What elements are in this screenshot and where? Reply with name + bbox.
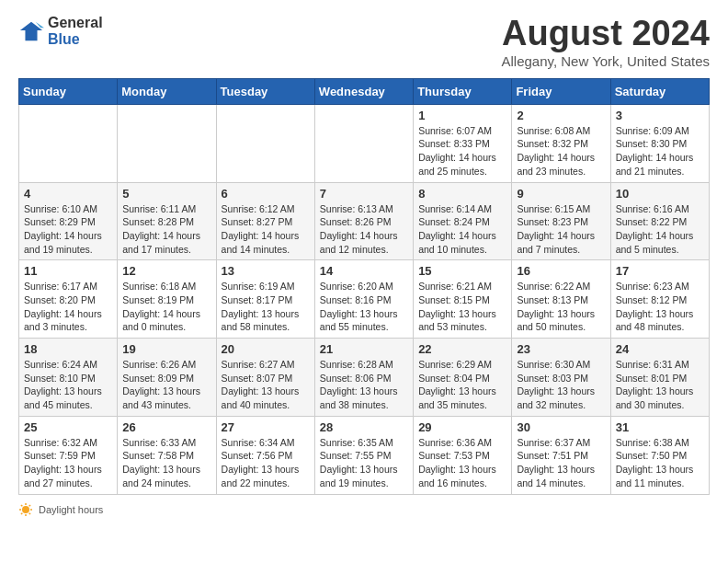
calendar-cell: 10Sunrise: 6:16 AM Sunset: 8:22 PM Dayli… [610, 182, 709, 260]
day-number: 14 [320, 264, 408, 278]
day-number: 29 [418, 420, 506, 434]
day-number: 22 [418, 342, 506, 356]
day-info: Sunrise: 6:16 AM Sunset: 8:22 PM Dayligh… [616, 202, 704, 257]
calendar-cell: 24Sunrise: 6:31 AM Sunset: 8:01 PM Dayli… [610, 339, 709, 417]
page-title: August 2024 [501, 15, 710, 53]
header: General Blue August 2024 Allegany, New Y… [18, 15, 710, 69]
svg-line-8 [29, 512, 30, 513]
calendar-week-row: 11Sunrise: 6:17 AM Sunset: 8:20 PM Dayli… [19, 260, 710, 339]
calendar-body: 1Sunrise: 6:07 AM Sunset: 8:33 PM Daylig… [19, 104, 710, 494]
day-info: Sunrise: 6:23 AM Sunset: 8:12 PM Dayligh… [616, 280, 704, 334]
calendar-cell: 15Sunrise: 6:21 AM Sunset: 8:15 PM Dayli… [414, 260, 512, 339]
day-number: 17 [616, 264, 704, 278]
day-info: Sunrise: 6:31 AM Sunset: 8:01 PM Dayligh… [616, 358, 704, 412]
calendar-cell: 23Sunrise: 6:30 AM Sunset: 8:03 PM Dayli… [512, 339, 610, 417]
day-number: 9 [517, 187, 605, 201]
day-info: Sunrise: 6:18 AM Sunset: 8:19 PM Dayligh… [122, 280, 210, 334]
day-info: Sunrise: 6:21 AM Sunset: 8:15 PM Dayligh… [418, 280, 506, 334]
day-info: Sunrise: 6:20 AM Sunset: 8:16 PM Dayligh… [320, 280, 408, 334]
day-number: 2 [517, 109, 605, 122]
day-info: Sunrise: 6:22 AM Sunset: 8:13 PM Dayligh… [517, 280, 605, 334]
day-number: 4 [24, 187, 112, 201]
day-number: 16 [517, 264, 605, 278]
day-info: Sunrise: 6:30 AM Sunset: 8:03 PM Dayligh… [517, 358, 605, 412]
day-info: Sunrise: 6:37 AM Sunset: 7:51 PM Dayligh… [517, 436, 605, 490]
svg-line-10 [21, 512, 22, 513]
calendar-cell [118, 104, 216, 182]
day-number: 8 [418, 187, 506, 201]
calendar-table: SundayMondayTuesdayWednesdayThursdayFrid… [18, 78, 710, 495]
weekday-header: Monday [118, 78, 216, 104]
calendar-cell: 19Sunrise: 6:26 AM Sunset: 8:09 PM Dayli… [118, 339, 216, 417]
calendar-week-row: 1Sunrise: 6:07 AM Sunset: 8:33 PM Daylig… [19, 104, 710, 182]
calendar-header: SundayMondayTuesdayWednesdayThursdayFrid… [19, 78, 710, 104]
day-number: 6 [222, 187, 310, 201]
weekday-header: Sunday [19, 78, 118, 104]
day-info: Sunrise: 6:28 AM Sunset: 8:06 PM Dayligh… [320, 358, 408, 412]
day-info: Sunrise: 6:15 AM Sunset: 8:23 PM Dayligh… [517, 202, 605, 257]
day-number: 10 [616, 187, 704, 201]
calendar-week-row: 25Sunrise: 6:32 AM Sunset: 7:59 PM Dayli… [19, 416, 710, 494]
calendar-cell: 16Sunrise: 6:22 AM Sunset: 8:13 PM Dayli… [512, 260, 610, 339]
logo: General Blue [18, 15, 103, 47]
weekday-header: Tuesday [216, 78, 314, 104]
day-info: Sunrise: 6:35 AM Sunset: 7:55 PM Dayligh… [320, 436, 408, 490]
calendar-cell: 11Sunrise: 6:17 AM Sunset: 8:20 PM Dayli… [19, 260, 118, 339]
svg-line-9 [29, 504, 30, 505]
calendar-cell: 6Sunrise: 6:12 AM Sunset: 8:27 PM Daylig… [216, 182, 314, 260]
day-number: 23 [517, 342, 605, 356]
weekday-header: Friday [512, 78, 610, 104]
day-info: Sunrise: 6:11 AM Sunset: 8:28 PM Dayligh… [122, 202, 210, 257]
sun-icon [18, 502, 33, 517]
calendar-cell: 9Sunrise: 6:15 AM Sunset: 8:23 PM Daylig… [512, 182, 610, 260]
day-number: 7 [320, 187, 408, 201]
calendar-cell: 17Sunrise: 6:23 AM Sunset: 8:12 PM Dayli… [610, 260, 709, 339]
calendar-cell [314, 104, 413, 182]
day-number: 21 [320, 342, 408, 356]
day-info: Sunrise: 6:36 AM Sunset: 7:53 PM Dayligh… [418, 436, 506, 490]
calendar-cell: 29Sunrise: 6:36 AM Sunset: 7:53 PM Dayli… [414, 416, 512, 494]
calendar-cell: 2Sunrise: 6:08 AM Sunset: 8:32 PM Daylig… [512, 104, 610, 182]
day-info: Sunrise: 6:08 AM Sunset: 8:32 PM Dayligh… [517, 124, 605, 178]
day-info: Sunrise: 6:07 AM Sunset: 8:33 PM Dayligh… [418, 124, 506, 178]
calendar-week-row: 4Sunrise: 6:10 AM Sunset: 8:29 PM Daylig… [19, 182, 710, 260]
logo-blue-text: Blue [48, 31, 103, 48]
day-number: 27 [222, 420, 310, 434]
logo-icon [18, 18, 44, 44]
day-number: 20 [222, 342, 310, 356]
day-number: 11 [24, 264, 112, 278]
day-number: 15 [418, 264, 506, 278]
calendar-cell: 27Sunrise: 6:34 AM Sunset: 7:56 PM Dayli… [216, 416, 314, 494]
calendar-cell: 28Sunrise: 6:35 AM Sunset: 7:55 PM Dayli… [314, 416, 413, 494]
calendar-cell: 3Sunrise: 6:09 AM Sunset: 8:30 PM Daylig… [610, 104, 709, 182]
footer-label: Daylight hours [39, 504, 103, 515]
calendar-cell [19, 104, 118, 182]
day-info: Sunrise: 6:10 AM Sunset: 8:29 PM Dayligh… [24, 202, 112, 257]
day-info: Sunrise: 6:12 AM Sunset: 8:27 PM Dayligh… [222, 202, 310, 257]
day-number: 24 [616, 342, 704, 356]
day-info: Sunrise: 6:29 AM Sunset: 8:04 PM Dayligh… [418, 358, 506, 412]
svg-point-2 [22, 506, 29, 513]
day-number: 31 [616, 420, 704, 434]
calendar-cell: 7Sunrise: 6:13 AM Sunset: 8:26 PM Daylig… [314, 182, 413, 260]
weekday-header: Wednesday [314, 78, 413, 104]
calendar-cell: 12Sunrise: 6:18 AM Sunset: 8:19 PM Dayli… [118, 260, 216, 339]
day-number: 28 [320, 420, 408, 434]
logo-general-text: General [48, 15, 103, 31]
weekday-header: Saturday [610, 78, 709, 104]
day-number: 19 [122, 342, 210, 356]
logo-text: General Blue [48, 15, 103, 47]
calendar-cell: 30Sunrise: 6:37 AM Sunset: 7:51 PM Dayli… [512, 416, 610, 494]
day-info: Sunrise: 6:19 AM Sunset: 8:17 PM Dayligh… [222, 280, 310, 334]
day-info: Sunrise: 6:09 AM Sunset: 8:30 PM Dayligh… [616, 124, 704, 178]
weekday-header-row: SundayMondayTuesdayWednesdayThursdayFrid… [19, 78, 710, 104]
calendar-cell: 21Sunrise: 6:28 AM Sunset: 8:06 PM Dayli… [314, 339, 413, 417]
calendar-cell: 22Sunrise: 6:29 AM Sunset: 8:04 PM Dayli… [414, 339, 512, 417]
day-number: 25 [24, 420, 112, 434]
calendar-cell: 5Sunrise: 6:11 AM Sunset: 8:28 PM Daylig… [118, 182, 216, 260]
day-number: 5 [122, 187, 210, 201]
title-area: August 2024 Allegany, New York, United S… [501, 15, 710, 69]
calendar-cell [216, 104, 314, 182]
calendar-cell: 31Sunrise: 6:38 AM Sunset: 7:50 PM Dayli… [610, 416, 709, 494]
day-info: Sunrise: 6:33 AM Sunset: 7:58 PM Dayligh… [122, 436, 210, 490]
